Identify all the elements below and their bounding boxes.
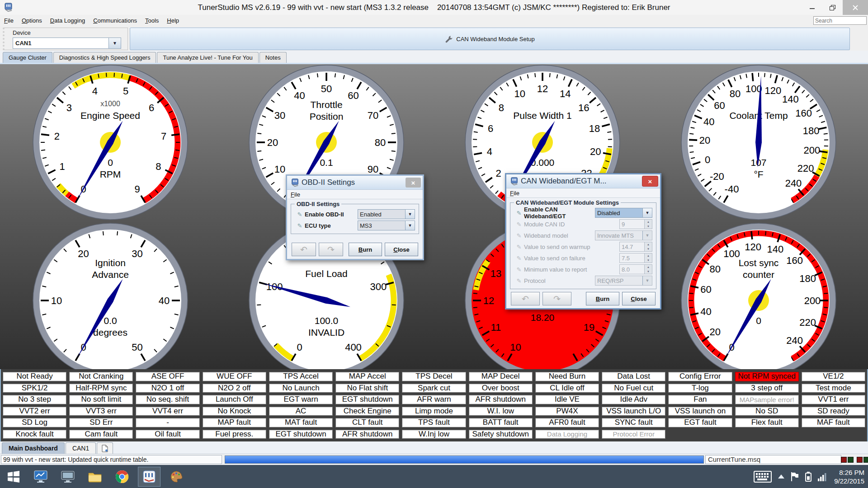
ecu-type-select[interactable]: MS3 ▼ [358,221,415,230]
undo-button[interactable]: ↶ [292,243,316,256]
setting-label: Wideband model [524,232,595,239]
status-indicator-batt-fault: BATT fault [469,418,533,427]
menu-file[interactable]: File [0,17,18,24]
svg-text:20: 20 [709,326,720,338]
gauge-coolant-temp: -40-20020406080100120140160180200220240C… [681,65,836,220]
dashboard-tab-can1[interactable]: CAN1 [66,442,96,454]
status-indicator-afr0-fault: AFR0 fault [535,418,599,427]
value-to-send-on-failure-spinner: 7.5 ▲▼ [619,253,652,263]
menu-tools[interactable]: Tools [141,17,163,24]
status-indicator-spk1-2: SPK1/2 [3,384,66,393]
close-icon[interactable]: × [406,178,421,188]
svg-text:Position: Position [310,111,344,122]
burn-button[interactable]: Burn [586,292,619,305]
edit-pencil-icon: ✎ [514,266,524,273]
status-indicator-wue-off: WUE OFF [203,372,266,381]
status-message: 99 with vvt - new start: Updated quick r… [1,455,222,464]
start-button[interactable] [2,467,25,487]
window-title: TunerStudio MS v2.6.19 - 99 with vvt - n… [0,0,868,15]
tab-tune-analyze-live-tune-for-you[interactable]: Tune Analyze Live! - Tune For You [157,52,258,63]
enable-can-wideband-egt-select[interactable]: Disabled ▼ [595,208,652,218]
dialog-menu-file[interactable]: File [506,188,660,198]
file-explorer-icon[interactable] [84,467,106,487]
dialog-titlebar[interactable]: OBD-II Settings × [287,176,423,190]
redo-button[interactable]: ↷ [542,292,571,305]
remote-app-icon[interactable] [29,467,52,487]
setting-row: ✎ Value to send on failure 7.5 ▲▼ [514,253,652,263]
svg-text:30: 30 [132,248,142,259]
dialog-titlebar[interactable]: CAN Wideband/EGT M... × [506,174,660,188]
group-legend: CAN Wideband/EGT Module Settings [514,199,621,206]
chevron-down-icon[interactable]: ▼ [405,221,415,230]
close-button[interactable]: Close [385,243,418,256]
status-indicator-not-cranking: Not Cranking [69,372,133,381]
dialog-title: CAN Wideband/EGT M... [521,177,642,186]
wideband-model-select: Innovate MTS ▼ [595,230,652,240]
tab-notes[interactable]: Notes [259,52,287,63]
svg-text:5: 5 [123,85,128,97]
restore-button[interactable] [822,0,843,15]
minimize-icon [810,5,815,10]
menu-communications[interactable]: Communications [89,17,141,24]
svg-text:7: 7 [161,131,166,142]
close-icon[interactable]: × [642,176,658,187]
tab-gauge-cluster[interactable]: Gauge Cluster [3,52,52,63]
taskbar-clock[interactable]: 8:26 PM 9/22/2015 [834,468,864,485]
undo-button[interactable]: ↶ [511,292,540,305]
tune-file-field[interactable]: CurrentTune.msq [705,455,841,464]
burn-button[interactable]: Burn [349,243,382,256]
menu-help[interactable]: Help [163,17,183,24]
battery-icon[interactable] [805,472,811,482]
new-dashboard-tab[interactable] [97,442,113,454]
menu-data-logging[interactable]: Data Logging [46,17,89,24]
minimize-button[interactable] [802,0,822,15]
device-select[interactable]: CAN1 ▼ [13,38,121,49]
gauge-cluster-panel: 0123456789x1000Engine Speed0RPM010203040… [0,63,868,369]
svg-text:1: 1 [60,161,65,172]
svg-text:20: 20 [267,137,278,148]
status-indicator-idle-adv: Idle Adv [602,395,665,404]
close-button[interactable] [843,0,868,15]
computer-icon[interactable] [57,467,79,487]
edit-pencil-icon: ✎ [295,222,305,229]
edit-pencil-icon: ✎ [514,277,524,284]
rx-led-icon [857,457,863,463]
can-wideband-setup-button[interactable]: CAN Wideband Module Setup [130,28,850,50]
svg-text:8: 8 [499,102,504,113]
status-indicator-egt-shutdown: EGT shutdown [335,395,399,404]
status-indicator-afr-warn: AFR warn [402,395,466,404]
search-input[interactable] [813,16,867,25]
edit-pencil-icon: ✎ [514,221,524,228]
svg-text:4: 4 [92,85,98,97]
tunerstudio-icon[interactable] [138,467,160,487]
enable-obd-ii-select[interactable]: Enabled ▼ [358,209,415,219]
hidden-icons-chevron-icon[interactable] [778,474,784,479]
menu-options[interactable]: Options [18,17,46,24]
svg-text:Advance: Advance [92,269,129,280]
svg-text:10: 10 [510,342,521,353]
chevron-down-icon[interactable]: ▼ [405,210,415,219]
dialog-menu-file[interactable]: File [287,190,423,199]
status-indicator-no-soft-limit: No soft limit [69,395,133,404]
protocol-value: REQ/RSP [595,276,642,285]
tab-diagnostics-high-speed-loggers[interactable]: Diagnostics & High Speed Loggers [53,52,156,63]
chrome-icon[interactable] [111,467,133,487]
svg-text:18: 18 [589,123,600,134]
paint-icon[interactable] [165,467,188,487]
close-button[interactable]: Close [622,292,656,305]
keyboard-icon[interactable] [754,471,772,483]
svg-text:counter: counter [743,269,774,280]
chevron-down-icon[interactable]: ▼ [108,38,121,48]
obd-settings-dialog: OBD-II Settings × File OBD-II Settings ✎… [286,174,424,260]
svg-text:14: 14 [560,88,571,99]
dashboard-tab-main-dashboard[interactable]: Main Dashboard [2,442,65,454]
status-indicator-knock-fault: Knock fault [3,430,66,439]
titlebar: TunerStudio MS v2.6.19 - 99 with vvt - n… [0,0,868,15]
setting-label: Protocol [524,277,595,284]
chevron-down-icon[interactable]: ▼ [642,208,652,217]
svg-text:-20: -20 [710,171,724,182]
redo-button[interactable]: ↷ [319,243,343,256]
flag-icon[interactable] [791,472,799,482]
network-signal-icon[interactable] [818,472,828,481]
svg-text:4: 4 [487,146,492,157]
